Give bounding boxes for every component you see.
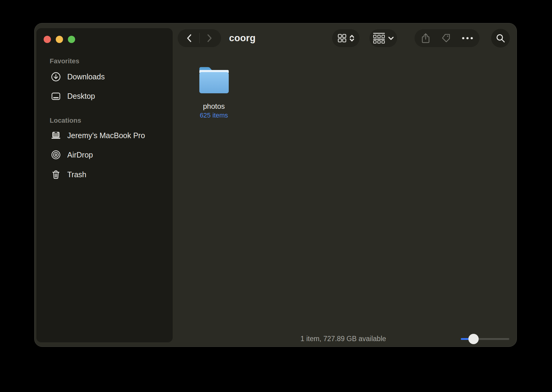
share-icon (421, 33, 431, 44)
share-button[interactable] (421, 33, 431, 44)
ellipsis-icon (462, 37, 473, 40)
tag-icon (441, 33, 451, 43)
sidebar-section-favorites: Favorites (50, 57, 79, 65)
download-circle-icon (51, 71, 61, 82)
sidebar-item-airdrop[interactable]: AirDrop (51, 148, 93, 161)
sidebar-item-macbook[interactable]: Jeremy’s MacBook Pro (51, 129, 145, 142)
back-button[interactable] (179, 29, 199, 47)
search-icon (496, 33, 506, 43)
sidebar-item-label: Desktop (67, 92, 95, 101)
file-item-photos[interactable]: photos 625 items (184, 66, 244, 119)
toolbar-actions (414, 29, 480, 48)
close-button[interactable] (44, 36, 51, 43)
view-switcher-button[interactable] (332, 29, 360, 48)
forward-button[interactable] (200, 29, 220, 47)
nav-buttons (177, 29, 221, 48)
trash-icon (51, 169, 61, 180)
search-button[interactable] (491, 28, 510, 48)
finder-window: Favorites Downloads (34, 23, 517, 347)
window-title: coorg (229, 29, 256, 48)
group-by-button[interactable] (369, 29, 397, 48)
minimize-button[interactable] (56, 36, 63, 43)
desktop-icon (51, 91, 61, 101)
grid-view-icon (338, 34, 347, 43)
fullscreen-button[interactable] (68, 36, 75, 43)
desktop-background: Favorites Downloads (0, 0, 552, 392)
chevron-down-icon (388, 36, 394, 40)
file-name: photos (184, 102, 244, 111)
laptop-icon (51, 130, 61, 141)
folder-icon (198, 66, 230, 94)
more-actions-button[interactable] (462, 37, 473, 40)
sidebar-item-downloads[interactable]: Downloads (51, 70, 105, 83)
sidebar-item-label: AirDrop (67, 151, 93, 159)
group-by-icon (373, 32, 385, 44)
window-controls (44, 36, 75, 43)
chevron-left-icon (186, 33, 193, 43)
status-summary: 1 item, 727.89 GB available (299, 335, 387, 343)
chevron-right-icon (206, 33, 213, 43)
sidebar-item-label: Jeremy’s MacBook Pro (67, 131, 145, 140)
sidebar-item-desktop[interactable]: Desktop (51, 90, 95, 102)
chevron-up-down-icon (349, 34, 354, 42)
sidebar-item-label: Downloads (67, 72, 105, 81)
sidebar-item-label: Trash (67, 170, 86, 179)
sidebar-section-locations: Locations (50, 116, 81, 125)
slider-thumb[interactable] (468, 334, 479, 344)
file-item-count: 625 items (184, 112, 244, 119)
sidebar-item-trash[interactable]: Trash (51, 168, 86, 181)
icon-size-slider[interactable] (461, 334, 509, 344)
sidebar: Favorites Downloads (36, 28, 173, 342)
airdrop-icon (51, 150, 61, 160)
tags-button[interactable] (441, 33, 451, 43)
